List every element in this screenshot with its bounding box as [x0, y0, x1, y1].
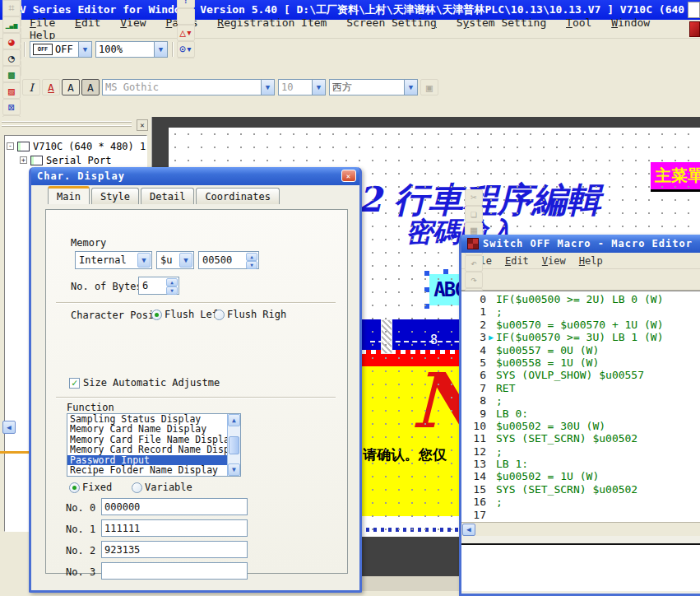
dialog-tab[interactable]: Coordinates	[196, 188, 279, 204]
chevron-down-icon[interactable]: ▼	[179, 253, 192, 268]
menu-item[interactable]: Tool	[559, 15, 598, 30]
memory-type-combo[interactable]: Internal▼	[75, 251, 152, 269]
no0-input[interactable]	[101, 498, 248, 515]
listbox-scrollbar[interactable]: ▲ ▼	[227, 414, 240, 476]
close-icon[interactable]: ✕	[341, 170, 356, 182]
part-button[interactable]: ⌗	[2, 0, 21, 16]
tree-item[interactable]: + Serial Port	[7, 153, 145, 167]
part-button[interactable]: ◔	[2, 49, 21, 66]
panel-gripper[interactable]	[2, 125, 132, 127]
selection-handle[interactable]	[443, 269, 448, 274]
code-line[interactable]: 11 SYS (SET_SCRN) $u00502	[461, 432, 700, 445]
menu-item[interactable]: Screen Setting	[340, 15, 443, 30]
chevron-down-icon[interactable]: ▼	[154, 42, 167, 57]
function-listbox[interactable]: Sampling Status DisplayMemory Card Name …	[67, 413, 241, 477]
chevron-down-icon[interactable]: ▼	[404, 80, 417, 95]
toolbar-button[interactable]: △▾	[177, 25, 195, 41]
bytes-spinner[interactable]: 6 ▲▼	[138, 277, 179, 295]
menu-item[interactable]: System Setting	[450, 15, 554, 30]
code-line[interactable]: 8 ;	[461, 394, 700, 407]
code-line[interactable]: 1 ;	[461, 305, 700, 318]
code-line[interactable]: 2 $u00570 = $u00570 + 1U (W)	[461, 319, 700, 331]
charset-apply-icon[interactable]: ▣	[420, 79, 438, 95]
variable-radio[interactable]: Variable	[132, 482, 192, 493]
dialog-tab[interactable]: Main	[48, 186, 90, 204]
code-line[interactable]: 0 IF($u00500 >= 2U) LB 0 (W)	[461, 293, 700, 305]
menu-item[interactable]: Help	[573, 254, 610, 268]
main-menu-button[interactable]: 主菜單	[651, 162, 700, 192]
chevron-down-icon[interactable]: ▼	[78, 42, 91, 57]
spinner-buttons[interactable]: ▲▼	[246, 253, 257, 268]
toolbar-button[interactable]: ?	[177, 0, 195, 8]
scrollbar-thumb[interactable]	[229, 436, 239, 454]
checkbox-check-icon[interactable]: ✓	[69, 378, 80, 389]
code-line[interactable]: 4 $u00557 = 0U (W)	[461, 344, 700, 356]
part-button[interactable]: ▁▃▅	[2, 16, 21, 33]
hatched-bar-element[interactable]	[381, 319, 392, 354]
scroll-left-button[interactable]: ◀	[2, 421, 16, 434]
scroll-left-icon[interactable]: ◀	[462, 524, 475, 536]
part-button[interactable]: ◕	[2, 33, 21, 49]
macro-code-area[interactable]: 0 IF($u00500 >= 2U) LB 0 (W) 1 ; 2 $u00	[461, 291, 700, 522]
dialog-tab[interactable]: Detail	[141, 188, 194, 204]
tree-item[interactable]: - V710C (640 * 480) 128-	[7, 139, 145, 153]
toolbar-button[interactable]	[177, 8, 195, 25]
spinner-buttons[interactable]: ▲▼	[166, 278, 178, 293]
memory-prefix-combo[interactable]: $u▼	[156, 251, 194, 269]
dialog-tab[interactable]: Style	[91, 188, 139, 204]
boxed-text-button[interactable]: A	[62, 79, 80, 95]
menu-item[interactable]: Window	[605, 15, 656, 30]
flush-left-radio[interactable]: Flush Lef	[151, 309, 218, 320]
chevron-down-icon[interactable]: ▼	[312, 80, 325, 95]
menubar-right-icon[interactable]	[689, 21, 700, 37]
code-line[interactable]: 3 ▶ IF($u00570 >= 3U) LB 1 (W)	[461, 331, 700, 343]
code-line[interactable]: 14 $u00502 = 1U (W)	[461, 470, 700, 482]
flush-right-radio[interactable]: Flush Righ	[214, 309, 286, 320]
fixed-radio[interactable]: Fixed	[69, 482, 112, 493]
no2-input[interactable]	[101, 541, 248, 558]
selection-handle[interactable]	[424, 287, 429, 292]
code-line[interactable]: 16 ;	[461, 496, 700, 508]
panel-gripper[interactable]	[2, 121, 132, 123]
zoom-level-combo[interactable]: 100% ▼	[95, 41, 168, 58]
charset-combo[interactable]: 西方 ▼	[329, 79, 418, 95]
code-line[interactable]: 7 RET	[461, 382, 700, 394]
radio-circle[interactable]	[69, 482, 80, 493]
radio-circle[interactable]	[151, 310, 162, 320]
radio-circle[interactable]	[132, 482, 142, 493]
font-size-combo[interactable]: 10 ▼	[278, 79, 326, 95]
scroll-down-icon[interactable]: ▼	[228, 463, 240, 476]
toolbar-button[interactable]: ↶	[465, 255, 483, 272]
selection-handle[interactable]	[424, 304, 429, 309]
chevron-down-icon[interactable]: ▼	[261, 80, 274, 95]
code-line[interactable]: 12 ;	[461, 445, 700, 458]
selection-handle[interactable]	[424, 271, 429, 276]
code-line[interactable]: 15 SYS (SET_SCRN) $u00502	[461, 483, 700, 496]
part-button[interactable]: ⊠	[2, 99, 21, 115]
memory-address-spinner[interactable]: 00500 ▲▼	[198, 251, 259, 269]
italic-button[interactable]: I	[22, 79, 40, 95]
macro-horizontal-scrollbar[interactable]: ◀	[461, 522, 700, 536]
chevron-down-icon[interactable]: ▼	[137, 253, 151, 268]
radio-circle[interactable]	[214, 310, 225, 320]
code-line[interactable]: 6 SYS (OVLP_SHOW) $u00557	[461, 369, 700, 381]
size-auto-adjust-checkbox[interactable]: ✓Size Automatic Adjustme	[69, 377, 220, 389]
code-line[interactable]: 13 LB 1:	[461, 458, 700, 470]
macro-title-bar[interactable]: Switch OFF Macro - Macro Editor	[461, 235, 700, 253]
underline-color-button[interactable]: A	[42, 79, 60, 95]
code-line[interactable]: 5 $u00558 = 1U (W)	[461, 356, 700, 369]
menu-item[interactable]: View	[535, 254, 573, 268]
boxed-text-active-button[interactable]: A	[81, 79, 100, 95]
menu-item[interactable]: Registration Item	[211, 15, 333, 30]
code-line[interactable]: 10 $u00502 = 30U (W)	[461, 420, 700, 432]
numeric-display-element[interactable]: 8	[430, 333, 438, 347]
code-line[interactable]: 9 LB 0:	[461, 407, 700, 420]
no3-input[interactable]	[101, 562, 248, 580]
function-list-item[interactable]: Recipe Folder Name Display	[67, 465, 240, 475]
part-button[interactable]: ▩	[2, 66, 21, 82]
part-button[interactable]: ▨	[2, 82, 21, 99]
tree-expand-icon[interactable]: -	[7, 142, 14, 150]
menu-item[interactable]: View	[114, 15, 152, 30]
menu-item[interactable]: Edit	[498, 254, 535, 268]
off-state-combo[interactable]: OFF OFF ▼	[30, 41, 92, 58]
